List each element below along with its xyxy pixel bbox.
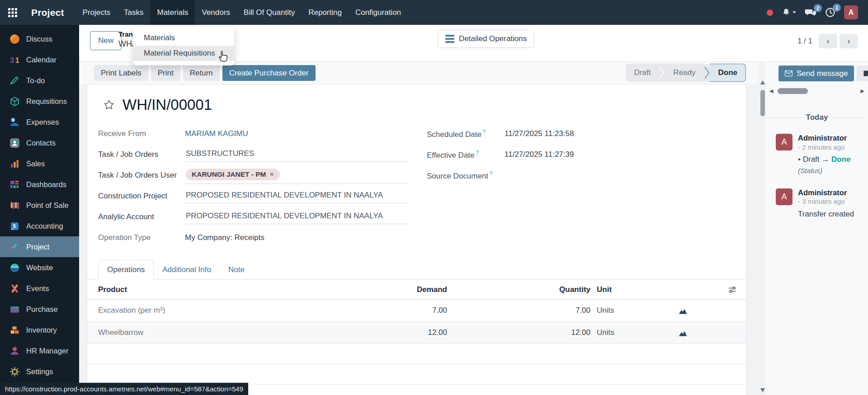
field-task-job-orders: Task / Job Orders SUBSTRUCTURES <box>98 144 427 165</box>
sidebar-item-calendar[interactable]: 31 Calendar <box>0 49 79 70</box>
pager-previous-button[interactable]: ‹ <box>819 34 837 48</box>
tab-note[interactable]: Note <box>220 260 253 279</box>
table-row[interactable]: Wheelbarrow 12.00 12.00 Units <box>87 322 746 344</box>
scroll-left-arrow-icon[interactable]: ◀ <box>769 89 773 94</box>
scroll-up-arrow-icon[interactable] <box>760 80 765 85</box>
col-header-unit[interactable]: Unit <box>590 285 679 294</box>
pager-next-button[interactable]: › <box>840 34 858 48</box>
stage-done[interactable]: Done <box>710 64 746 82</box>
task-job-orders-value[interactable]: SUBSTRUCTURES <box>185 148 408 162</box>
sidebar-item-hr-manager[interactable]: HR Manager <box>0 340 79 361</box>
quantity-cell[interactable]: 7.00 <box>447 306 590 315</box>
tab-operations[interactable]: Operations <box>98 260 154 280</box>
field-operation-type: Operation Type My Company: Receipts <box>98 227 427 248</box>
notifications-bell-icon[interactable] <box>782 8 796 17</box>
sidebar-item-point-of-sale[interactable]: Point of Sale <box>0 195 79 216</box>
analytic-account-value[interactable]: PROPOSED RESIDENTIAL DEVELOPMENT IN NAAL… <box>185 210 408 224</box>
operation-type-value[interactable]: My Company: Receipts <box>185 233 264 242</box>
nav-item-reporting[interactable]: Reporting <box>302 0 349 25</box>
contacts-icon <box>9 137 20 149</box>
product-cell[interactable]: Excavation (per m³) <box>98 306 324 315</box>
log-note-button[interactable]: Log note <box>857 66 868 81</box>
messages-icon[interactable]: 2 <box>805 8 816 18</box>
sidebar-item-discuss[interactable]: Discuss <box>0 28 79 49</box>
user-tag[interactable]: KARUNGI JANET - PM × <box>186 169 280 180</box>
unit-cell[interactable]: Units <box>590 328 679 337</box>
nav-item-tasks[interactable]: Tasks <box>117 0 150 25</box>
col-header-product[interactable]: Product <box>98 285 324 294</box>
nav-item-materials[interactable]: Materials <box>150 0 195 25</box>
construction-project-value[interactable]: PROPOSED RESIDENTIAL DEVELOPMENT IN NAAL… <box>185 189 408 203</box>
effective-date-value[interactable]: 11/27/2025 11:27:39 <box>505 150 574 159</box>
vertical-scrollbar[interactable] <box>760 80 765 392</box>
quantity-cell[interactable]: 12.00 <box>447 328 590 337</box>
sidebar-item-dashboards[interactable]: Dashboards <box>0 174 79 195</box>
scrollbar-thumb[interactable] <box>760 90 765 116</box>
nav-item-configuration[interactable]: Configuration <box>349 0 408 25</box>
stage-draft[interactable]: Draft <box>626 64 660 82</box>
current-app-label[interactable]: Project <box>25 7 76 18</box>
nav-item-projects[interactable]: Projects <box>76 0 117 25</box>
create-purchase-order-button[interactable]: Create Purchase Order <box>222 65 316 81</box>
activities-clock-icon[interactable]: 1 <box>825 7 835 18</box>
demand-cell[interactable]: 12.00 <box>324 328 447 337</box>
project-icon <box>9 241 20 253</box>
receive-from-value[interactable]: MARIAM KAGIMU <box>185 129 248 138</box>
help-icon[interactable]: ? <box>483 129 486 135</box>
envelope-icon <box>785 71 793 76</box>
help-icon[interactable]: ? <box>476 150 479 156</box>
sidebar-item-purchase[interactable]: Purchase <box>0 299 79 320</box>
scroll-right-arrow-icon[interactable]: ▶ <box>861 89 864 94</box>
field-label: Source Document? <box>427 170 505 181</box>
col-header-demand[interactable]: Demand <box>324 285 447 294</box>
col-header-quantity[interactable]: Quantity <box>447 285 590 294</box>
print-labels-button[interactable]: Print Labels <box>94 65 148 81</box>
sidebar-item-inventory[interactable]: Inventory <box>0 320 79 340</box>
sidebar-item-website[interactable]: Website <box>0 257 79 278</box>
new-button[interactable]: New <box>90 31 122 50</box>
unit-cell[interactable]: Units <box>590 306 679 315</box>
chatter-scrollbar-thumb[interactable] <box>778 88 808 94</box>
forecast-chart-icon[interactable] <box>679 329 737 337</box>
remove-tag-icon[interactable]: × <box>269 170 274 179</box>
tab-additional-info[interactable]: Additional Info <box>154 260 220 279</box>
forecast-chart-icon[interactable] <box>679 307 737 315</box>
menu-item-materials[interactable]: Materials <box>133 30 234 46</box>
table-row[interactable]: Excavation (per m³) 7.00 7.00 Units <box>87 300 746 322</box>
record-sheet: WH/IN/00001 Receive From MARIAM KAGIMU T… <box>87 84 746 395</box>
field-receive-from: Receive From MARIAM KAGIMU <box>98 123 427 144</box>
sidebar-item-requisitions[interactable]: Requisitions <box>0 91 79 112</box>
product-cell[interactable]: Wheelbarrow <box>98 328 324 337</box>
bullet-icon: • <box>798 155 801 164</box>
nav-item-vendors[interactable]: Vendors <box>195 0 236 25</box>
sidebar-item-project[interactable]: Project <box>0 236 79 257</box>
sidebar-item-settings[interactable]: Settings <box>0 361 79 382</box>
nav-item-bill-of-quantity[interactable]: Bill Of Quantity <box>237 0 302 25</box>
sidebar-item-todo[interactable]: To-do <box>0 70 79 91</box>
optional-columns-icon[interactable] <box>679 285 737 294</box>
print-button[interactable]: Print <box>151 65 180 81</box>
stage-ready[interactable]: Ready <box>665 64 704 82</box>
sidebar-item-sales[interactable]: Sales <box>0 153 79 174</box>
bell-caret-down-icon <box>793 11 796 14</box>
send-message-button[interactable]: Send message <box>778 66 854 81</box>
field-analytic-account: Analylic Account PROPOSED RESIDENTIAL DE… <box>98 207 427 227</box>
website-icon <box>9 262 20 273</box>
sidebar-item-contacts[interactable]: Contacts <box>0 132 79 153</box>
sidebar-item-accounting[interactable]: $ Accounting <box>0 216 79 236</box>
apps-grid-icon[interactable] <box>0 0 25 25</box>
task-job-orders-user-value[interactable]: KARUNGI JANET - PM × <box>185 167 408 184</box>
help-icon[interactable]: ? <box>490 170 493 177</box>
detailed-operations-button[interactable]: Detailed Operations <box>438 30 534 48</box>
scroll-down-arrow-icon[interactable] <box>760 388 765 392</box>
sidebar-item-events[interactable]: Events <box>0 278 79 299</box>
demand-cell[interactable]: 7.00 <box>324 306 447 315</box>
svg-text:3: 3 <box>10 56 14 64</box>
sidebar-item-label: Project <box>26 243 49 251</box>
record-name-field[interactable]: WH/IN/00001 <box>123 96 212 113</box>
return-button[interactable]: Return <box>183 65 220 81</box>
scheduled-date-value[interactable]: 11/27/2025 11:23:58 <box>505 129 574 138</box>
user-avatar[interactable]: A <box>844 5 858 19</box>
favorite-star-icon[interactable] <box>103 99 115 111</box>
sidebar-item-expenses[interactable]: $ Expenses <box>0 112 79 132</box>
